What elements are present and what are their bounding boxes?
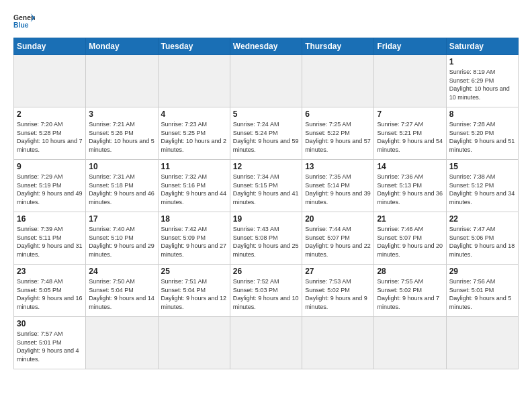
calendar-cell-27: 27Sunrise: 7:53 AMSunset: 5:02 PMDayligh… bbox=[302, 265, 374, 317]
calendar-cell-15: 15Sunrise: 7:38 AMSunset: 5:12 PMDayligh… bbox=[446, 160, 518, 212]
calendar-cell-13: 13Sunrise: 7:35 AMSunset: 5:14 PMDayligh… bbox=[302, 160, 374, 212]
calendar-cell-9: 9Sunrise: 7:29 AMSunset: 5:19 PMDaylight… bbox=[14, 160, 86, 212]
calendar-cell-28: 28Sunrise: 7:55 AMSunset: 5:02 PMDayligh… bbox=[374, 265, 446, 317]
day-info: Sunrise: 7:25 AMSunset: 5:22 PMDaylight:… bbox=[305, 120, 371, 154]
day-info: Sunrise: 7:53 AMSunset: 5:02 PMDaylight:… bbox=[305, 277, 371, 311]
calendar-cell-12: 12Sunrise: 7:34 AMSunset: 5:15 PMDayligh… bbox=[230, 160, 302, 212]
day-info: Sunrise: 7:43 AMSunset: 5:08 PMDaylight:… bbox=[233, 225, 299, 259]
calendar-cell-empty bbox=[14, 55, 86, 107]
day-number: 8 bbox=[449, 109, 515, 119]
day-info: Sunrise: 7:31 AMSunset: 5:18 PMDaylight:… bbox=[89, 173, 154, 206]
calendar-cell-empty bbox=[158, 317, 230, 369]
day-number: 15 bbox=[449, 162, 515, 171]
calendar-cell-18: 18Sunrise: 7:42 AMSunset: 5:09 PMDayligh… bbox=[158, 212, 230, 265]
calendar-cell-2: 2Sunrise: 7:20 AMSunset: 5:28 PMDaylight… bbox=[14, 107, 86, 160]
calendar-week-3: 16Sunrise: 7:39 AMSunset: 5:11 PMDayligh… bbox=[14, 212, 519, 265]
calendar-cell-11: 11Sunrise: 7:32 AMSunset: 5:16 PMDayligh… bbox=[158, 160, 230, 212]
day-number: 5 bbox=[233, 109, 299, 119]
day-number: 10 bbox=[89, 162, 154, 171]
calendar-header-sunday: Sunday bbox=[14, 38, 86, 55]
day-number: 23 bbox=[17, 267, 83, 276]
calendar-header-friday: Friday bbox=[374, 38, 446, 55]
day-info: Sunrise: 8:19 AMSunset: 6:29 PMDaylight:… bbox=[449, 68, 515, 101]
day-number: 17 bbox=[89, 214, 154, 224]
calendar-header-thursday: Thursday bbox=[302, 38, 374, 55]
calendar-cell-1: 1Sunrise: 8:19 AMSunset: 6:29 PMDaylight… bbox=[446, 55, 518, 107]
day-info: Sunrise: 7:36 AMSunset: 5:13 PMDaylight:… bbox=[377, 173, 443, 206]
day-info: Sunrise: 7:20 AMSunset: 5:28 PMDaylight:… bbox=[17, 120, 83, 154]
day-number: 3 bbox=[89, 109, 154, 119]
calendar-cell-23: 23Sunrise: 7:48 AMSunset: 5:05 PMDayligh… bbox=[14, 265, 86, 317]
calendar-cell-16: 16Sunrise: 7:39 AMSunset: 5:11 PMDayligh… bbox=[14, 212, 86, 265]
header: General Blue bbox=[13, 12, 519, 31]
calendar-cell-21: 21Sunrise: 7:46 AMSunset: 5:07 PMDayligh… bbox=[374, 212, 446, 265]
day-info: Sunrise: 7:35 AMSunset: 5:14 PMDaylight:… bbox=[305, 173, 371, 206]
calendar-week-4: 23Sunrise: 7:48 AMSunset: 5:05 PMDayligh… bbox=[14, 265, 519, 317]
day-number: 2 bbox=[17, 109, 83, 119]
day-number: 28 bbox=[377, 267, 443, 276]
calendar-cell-empty bbox=[230, 317, 302, 369]
day-info: Sunrise: 7:46 AMSunset: 5:07 PMDaylight:… bbox=[377, 225, 443, 259]
calendar-header-row: SundayMondayTuesdayWednesdayThursdayFrid… bbox=[14, 38, 519, 55]
calendar-week-0: 1Sunrise: 8:19 AMSunset: 6:29 PMDaylight… bbox=[14, 55, 519, 107]
day-number: 16 bbox=[17, 214, 83, 224]
day-info: Sunrise: 7:29 AMSunset: 5:19 PMDaylight:… bbox=[17, 173, 83, 206]
day-number: 18 bbox=[161, 214, 227, 224]
calendar-week-1: 2Sunrise: 7:20 AMSunset: 5:28 PMDaylight… bbox=[14, 107, 519, 160]
day-info: Sunrise: 7:39 AMSunset: 5:11 PMDaylight:… bbox=[17, 225, 83, 259]
calendar-cell-3: 3Sunrise: 7:21 AMSunset: 5:26 PMDaylight… bbox=[86, 107, 158, 160]
day-info: Sunrise: 7:55 AMSunset: 5:02 PMDaylight:… bbox=[377, 277, 443, 311]
day-number: 4 bbox=[161, 109, 227, 119]
calendar-cell-6: 6Sunrise: 7:25 AMSunset: 5:22 PMDaylight… bbox=[302, 107, 374, 160]
day-number: 22 bbox=[449, 214, 515, 224]
calendar-week-2: 9Sunrise: 7:29 AMSunset: 5:19 PMDaylight… bbox=[14, 160, 519, 212]
day-number: 20 bbox=[305, 214, 371, 224]
calendar-cell-24: 24Sunrise: 7:50 AMSunset: 5:04 PMDayligh… bbox=[86, 265, 158, 317]
day-info: Sunrise: 7:48 AMSunset: 5:05 PMDaylight:… bbox=[17, 277, 83, 311]
day-number: 9 bbox=[17, 162, 83, 171]
calendar-cell-20: 20Sunrise: 7:44 AMSunset: 5:07 PMDayligh… bbox=[302, 212, 374, 265]
calendar-cell-17: 17Sunrise: 7:40 AMSunset: 5:10 PMDayligh… bbox=[86, 212, 158, 265]
calendar-cell-empty bbox=[158, 55, 230, 107]
day-info: Sunrise: 7:27 AMSunset: 5:21 PMDaylight:… bbox=[377, 120, 443, 154]
calendar-cell-19: 19Sunrise: 7:43 AMSunset: 5:08 PMDayligh… bbox=[230, 212, 302, 265]
calendar-cell-7: 7Sunrise: 7:27 AMSunset: 5:21 PMDaylight… bbox=[374, 107, 446, 160]
day-info: Sunrise: 7:38 AMSunset: 5:12 PMDaylight:… bbox=[449, 173, 515, 206]
calendar-cell-5: 5Sunrise: 7:24 AMSunset: 5:24 PMDaylight… bbox=[230, 107, 302, 160]
calendar-cell-empty bbox=[86, 317, 158, 369]
calendar-header-tuesday: Tuesday bbox=[158, 38, 230, 55]
calendar-cell-14: 14Sunrise: 7:36 AMSunset: 5:13 PMDayligh… bbox=[374, 160, 446, 212]
day-info: Sunrise: 7:50 AMSunset: 5:04 PMDaylight:… bbox=[89, 277, 154, 311]
day-info: Sunrise: 7:34 AMSunset: 5:15 PMDaylight:… bbox=[233, 173, 299, 206]
day-number: 11 bbox=[161, 162, 227, 171]
day-info: Sunrise: 7:28 AMSunset: 5:20 PMDaylight:… bbox=[449, 120, 515, 154]
calendar-cell-empty bbox=[302, 317, 374, 369]
day-info: Sunrise: 7:32 AMSunset: 5:16 PMDaylight:… bbox=[161, 173, 227, 206]
day-number: 14 bbox=[377, 162, 443, 171]
calendar-cell-25: 25Sunrise: 7:51 AMSunset: 5:04 PMDayligh… bbox=[158, 265, 230, 317]
day-number: 24 bbox=[89, 267, 154, 276]
day-number: 26 bbox=[233, 267, 299, 276]
calendar-cell-empty bbox=[374, 55, 446, 107]
logo: General Blue bbox=[13, 12, 35, 31]
calendar-cell-4: 4Sunrise: 7:23 AMSunset: 5:25 PMDaylight… bbox=[158, 107, 230, 160]
day-number: 1 bbox=[449, 57, 515, 66]
calendar-week-5: 30Sunrise: 7:57 AMSunset: 5:01 PMDayligh… bbox=[14, 317, 519, 369]
generalblue-icon: General Blue bbox=[13, 12, 35, 31]
calendar-header-monday: Monday bbox=[86, 38, 158, 55]
day-number: 6 bbox=[305, 109, 371, 119]
day-info: Sunrise: 7:44 AMSunset: 5:07 PMDaylight:… bbox=[305, 225, 371, 259]
day-info: Sunrise: 7:42 AMSunset: 5:09 PMDaylight:… bbox=[161, 225, 227, 259]
day-info: Sunrise: 7:57 AMSunset: 5:01 PMDaylight:… bbox=[17, 330, 83, 363]
day-number: 19 bbox=[233, 214, 299, 224]
day-info: Sunrise: 7:40 AMSunset: 5:10 PMDaylight:… bbox=[89, 225, 154, 259]
day-number: 7 bbox=[377, 109, 443, 119]
day-info: Sunrise: 7:47 AMSunset: 5:06 PMDaylight:… bbox=[449, 225, 515, 259]
calendar-table: SundayMondayTuesdayWednesdayThursdayFrid… bbox=[13, 38, 519, 369]
calendar-header-wednesday: Wednesday bbox=[230, 38, 302, 55]
day-info: Sunrise: 7:56 AMSunset: 5:01 PMDaylight:… bbox=[449, 277, 515, 311]
calendar-cell-30: 30Sunrise: 7:57 AMSunset: 5:01 PMDayligh… bbox=[14, 317, 86, 369]
calendar-cell-empty bbox=[230, 55, 302, 107]
calendar-cell-26: 26Sunrise: 7:52 AMSunset: 5:03 PMDayligh… bbox=[230, 265, 302, 317]
calendar-cell-empty bbox=[302, 55, 374, 107]
